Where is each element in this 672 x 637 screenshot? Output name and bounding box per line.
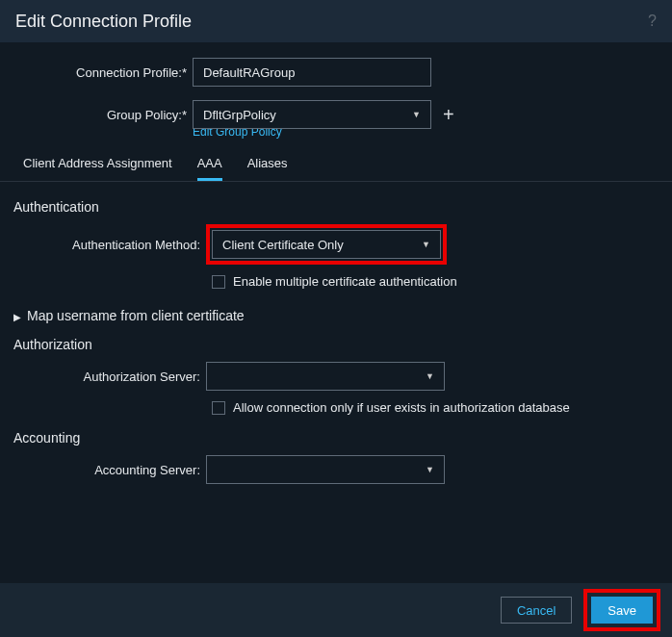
tab-aaa[interactable]: AAA [197,156,222,181]
auth-method-label: Authentication Method: [0,238,206,252]
accounting-heading: Accounting [0,426,672,449]
accounting-server-label: Accounting Server: [0,463,206,477]
cancel-button[interactable]: Cancel [501,597,572,624]
enable-multi-cert-label: Enable multiple certificate authenticati… [233,274,457,289]
connection-profile-label: Connection Profile:* [0,65,193,80]
allow-connection-label: Allow connection only if user exists in … [233,400,570,415]
chevron-down-icon: ▼ [412,110,421,119]
group-policy-value: DfltGrpPolicy [203,108,276,122]
group-policy-label: Group Policy:* [0,108,193,122]
group-policy-select[interactable]: DfltGrpPolicy ▼ [193,100,431,129]
chevron-down-icon: ▼ [422,240,430,249]
tab-client-address-assignment[interactable]: Client Address Assignment [23,156,172,181]
auth-method-highlight: Client Certificate Only ▼ [206,224,447,265]
add-group-policy-button[interactable]: + [443,105,454,124]
authentication-heading: Authentication [0,195,672,218]
connection-profile-row: Connection Profile:* [0,58,672,87]
tab-aliases[interactable]: Aliases [247,156,288,181]
authorization-heading: Authorization [0,333,672,356]
help-icon[interactable]: ? [648,13,657,30]
authorization-server-label: Authorization Server: [0,369,206,384]
map-username-heading[interactable]: Map username from client certificate [0,304,672,327]
dialog-title: Edit Connection Profile [15,12,192,32]
authorization-server-select[interactable]: ▼ [206,362,445,391]
dialog-footer: Cancel Save [0,583,672,637]
accounting-server-select[interactable]: ▼ [206,455,445,484]
allow-connection-row: Allow connection only if user exists in … [0,400,672,415]
save-button[interactable]: Save [591,597,653,624]
chevron-down-icon: ▼ [426,371,434,381]
chevron-down-icon: ▼ [426,465,434,474]
connection-profile-input[interactable] [193,58,431,87]
auth-method-select[interactable]: Client Certificate Only ▼ [212,230,441,259]
auth-method-value: Client Certificate Only [222,238,344,252]
allow-connection-checkbox[interactable] [212,401,225,415]
title-bar: Edit Connection Profile ? [0,0,672,42]
form-body: Connection Profile:* Group Policy:* Dflt… [0,42,672,583]
tab-bar: Client Address Assignment AAA Aliases [0,146,672,182]
save-highlight: Save [583,589,660,631]
enable-multi-cert-row: Enable multiple certificate authenticati… [0,274,672,289]
enable-multi-cert-checkbox[interactable] [212,275,225,289]
